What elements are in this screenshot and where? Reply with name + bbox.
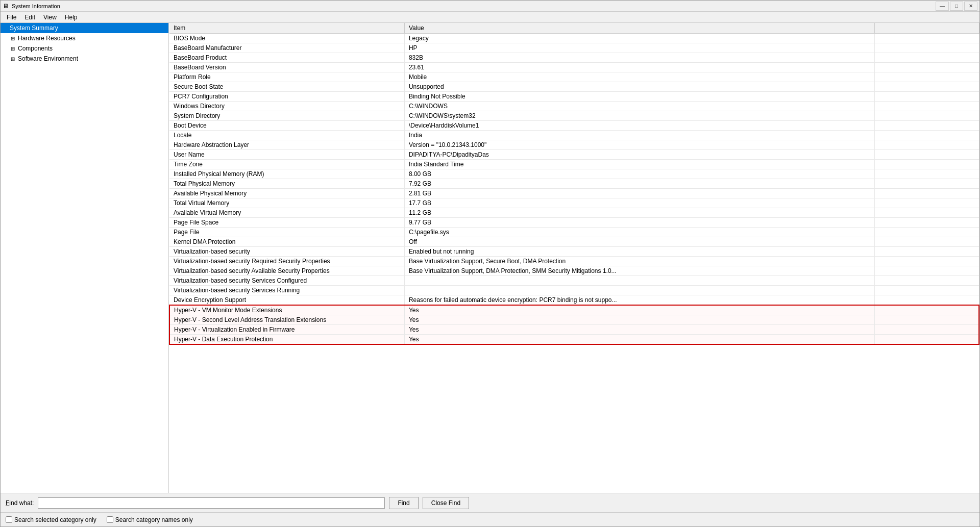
content-area: Item Value BIOS ModeLegacyBaseBoard Manu… — [169, 23, 979, 493]
table-cell-item: Virtualization-based security — [169, 247, 404, 257]
table-cell-item: Total Physical Memory — [169, 179, 404, 189]
find-label-text: ind what: — [9, 499, 34, 507]
search-names-label: Search category names only — [115, 516, 193, 523]
table-cell-item: Virtualization-based security Available … — [169, 266, 404, 276]
table-cell-extra — [874, 92, 979, 102]
sidebar-label-software-environment: Software Environment — [18, 55, 78, 62]
table-cell-item: Virtualization-based security Services R… — [169, 286, 404, 295]
table-header-row: Item Value — [169, 23, 979, 34]
close-button[interactable]: ✕ — [964, 2, 977, 11]
table-cell-extra — [874, 82, 979, 92]
table-cell-extra — [874, 266, 979, 276]
table-cell-item: BaseBoard Product — [169, 53, 404, 63]
window-title: System Information — [12, 3, 60, 9]
search-selected-checkbox[interactable] — [6, 516, 12, 523]
table-row: Page File Space9.77 GB — [169, 218, 979, 228]
table-cell-value: 2.81 GB — [404, 189, 874, 198]
table-cell-value: 11.2 GB — [404, 208, 874, 218]
table-cell-extra — [874, 325, 979, 335]
col-header-value: Value — [404, 23, 874, 34]
table-cell-extra — [874, 63, 979, 72]
data-table-container[interactable]: Item Value BIOS ModeLegacyBaseBoard Manu… — [169, 23, 979, 493]
table-row: Total Physical Memory7.92 GB — [169, 179, 979, 189]
sidebar-item-hardware-resources[interactable]: ⊞ Hardware Resources — [1, 33, 168, 43]
table-cell-extra — [874, 228, 979, 237]
table-cell-item: Boot Device — [169, 121, 404, 131]
search-category-names-option[interactable]: Search category names only — [107, 516, 193, 523]
table-cell-item: Device Encryption Support — [169, 295, 404, 306]
table-cell-item: Hyper-V - Virtualization Enabled in Firm… — [169, 325, 404, 335]
table-row: User NameDIPADITYA-PC\DipadityaDas — [169, 150, 979, 160]
table-row: BIOS ModeLegacy — [169, 34, 979, 43]
table-cell-extra — [874, 208, 979, 218]
col-header-item: Item — [169, 23, 404, 34]
close-find-button[interactable]: Close Find — [423, 497, 469, 509]
table-cell-value: 7.92 GB — [404, 179, 874, 189]
table-cell-value: Yes — [404, 305, 874, 315]
find-label: Find what: — [6, 499, 34, 507]
sidebar: System Summary ⊞ Hardware Resources ⊞ Co… — [1, 23, 169, 493]
sidebar-label-system-summary: System Summary — [10, 24, 58, 32]
table-cell-extra — [874, 247, 979, 257]
table-cell-extra — [874, 286, 979, 295]
table-row: PCR7 ConfigurationBinding Not Possible — [169, 92, 979, 102]
table-cell-extra — [874, 53, 979, 63]
table-cell-item: Hyper-V - VM Monitor Mode Extensions — [169, 305, 404, 315]
minimize-button[interactable]: — — [936, 2, 949, 11]
table-cell-value: Yes — [404, 335, 874, 345]
table-row: Virtualization-based securityEnabled but… — [169, 247, 979, 257]
expand-icon-software: ⊞ — [11, 56, 17, 62]
main-content: System Summary ⊞ Hardware Resources ⊞ Co… — [1, 23, 979, 493]
table-cell-value: Yes — [404, 315, 874, 325]
title-bar: 🖥 System Information — □ ✕ — [1, 1, 979, 12]
table-cell-item: Platform Role — [169, 72, 404, 82]
table-cell-extra — [874, 179, 979, 189]
table-cell-value — [404, 276, 874, 286]
table-row: Page FileC:\pagefile.sys — [169, 228, 979, 237]
table-row: Boot Device\Device\HarddiskVolume1 — [169, 121, 979, 131]
table-cell-value: C:\WINDOWS\system32 — [404, 111, 874, 121]
table-cell-value: Mobile — [404, 72, 874, 82]
table-row: Platform RoleMobile — [169, 72, 979, 82]
expand-icon-hardware: ⊞ — [11, 36, 17, 41]
sidebar-label-components: Components — [18, 45, 53, 52]
sidebar-label-hardware-resources: Hardware Resources — [18, 35, 76, 42]
table-cell-item: Locale — [169, 131, 404, 140]
sidebar-item-components[interactable]: ⊞ Components — [1, 43, 168, 54]
table-cell-value: \Device\HarddiskVolume1 — [404, 121, 874, 131]
table-cell-extra — [874, 102, 979, 111]
sidebar-item-system-summary[interactable]: System Summary — [1, 23, 168, 33]
table-cell-value: DIPADITYA-PC\DipadityaDas — [404, 150, 874, 160]
table-row: Hyper-V - Second Level Address Translati… — [169, 315, 979, 325]
search-names-checkbox[interactable] — [107, 516, 113, 523]
table-row: Virtualization-based security Required S… — [169, 257, 979, 266]
sidebar-item-software-environment[interactable]: ⊞ Software Environment — [1, 54, 168, 64]
search-selected-category-option[interactable]: Search selected category only — [6, 516, 96, 523]
table-row: Virtualization-based security Services C… — [169, 276, 979, 286]
menu-view[interactable]: View — [39, 13, 61, 22]
menu-file[interactable]: File — [3, 13, 20, 22]
table-row: System DirectoryC:\WINDOWS\system32 — [169, 111, 979, 121]
menu-edit[interactable]: Edit — [20, 13, 39, 22]
table-cell-item: User Name — [169, 150, 404, 160]
table-cell-item: Hardware Abstraction Layer — [169, 140, 404, 150]
table-row: Secure Boot StateUnsupported — [169, 82, 979, 92]
maximize-button[interactable]: □ — [950, 2, 963, 11]
table-cell-extra — [874, 121, 979, 131]
find-input[interactable] — [38, 497, 385, 509]
table-cell-item: Windows Directory — [169, 102, 404, 111]
table-cell-value: 17.7 GB — [404, 198, 874, 208]
table-row: Hyper-V - VM Monitor Mode ExtensionsYes — [169, 305, 979, 315]
table-cell-value: HP — [404, 43, 874, 53]
table-cell-extra — [874, 335, 979, 345]
table-row: Windows DirectoryC:\WINDOWS — [169, 102, 979, 111]
table-cell-value: Legacy — [404, 34, 874, 43]
table-cell-value: Off — [404, 237, 874, 247]
table-row: LocaleIndia — [169, 131, 979, 140]
table-cell-value: 9.77 GB — [404, 218, 874, 228]
find-bar: Find what: Find Close Find — [1, 493, 979, 512]
menu-help[interactable]: Help — [61, 13, 82, 22]
find-button[interactable]: Find — [389, 497, 418, 509]
col-header-extra — [874, 23, 979, 34]
table-row: BaseBoard ManufacturerHP — [169, 43, 979, 53]
